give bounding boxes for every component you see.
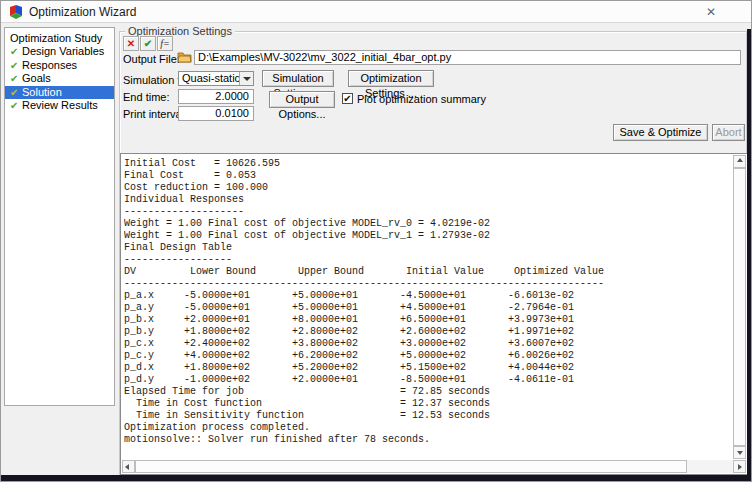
print-interval-field[interactable]: 0.0100 xyxy=(178,106,254,121)
console-text: Initial Cost = 10626.595 Final Cost = 0.… xyxy=(124,158,731,458)
check-icon: ✔ xyxy=(10,86,18,100)
app-background-edge xyxy=(747,29,751,482)
formula-button[interactable]: f= xyxy=(157,36,173,51)
plot-summary-label: Plot optimization summary xyxy=(357,93,486,105)
app-logo-icon xyxy=(9,5,23,19)
simulation-type-value: Quasi-static xyxy=(182,72,240,84)
scroll-left-button[interactable] xyxy=(122,460,135,473)
app-background-edge xyxy=(1,475,752,481)
tree-item-responses[interactable]: ✔ Responses xyxy=(5,59,114,73)
tree-item-solution[interactable]: ✔ Solution xyxy=(5,86,114,100)
tree-item-label: Design Variables xyxy=(22,45,104,57)
scroll-up-button[interactable] xyxy=(733,155,746,168)
formula-icon: f= xyxy=(160,38,170,49)
horizontal-scroll-thumb[interactable] xyxy=(135,460,687,473)
apply-button[interactable]: ✔ xyxy=(140,36,156,51)
end-time-label: End time: xyxy=(123,91,169,103)
arrow-right-icon xyxy=(738,464,742,470)
vertical-scrollbar[interactable] xyxy=(733,155,746,459)
tree-item-label: Review Results xyxy=(22,99,98,111)
chevron-down-icon[interactable] xyxy=(239,72,253,85)
check-icon: ✔ xyxy=(10,45,18,59)
arrow-up-icon xyxy=(737,158,743,162)
window-title: Optimization Wizard xyxy=(29,5,136,19)
vertical-scroll-thumb[interactable] xyxy=(733,168,746,446)
optimization-settings-button[interactable]: Optimization Settings ... xyxy=(348,70,434,87)
tree-item-review-results[interactable]: ✔ Review Results xyxy=(5,99,114,113)
check-icon: ✔ xyxy=(10,72,18,86)
close-icon[interactable]: ✕ xyxy=(703,4,719,20)
output-file-label: Output File: xyxy=(123,53,180,65)
tree-item-design-variables[interactable]: ✔ Design Variables xyxy=(5,45,114,59)
plot-summary-checkbox[interactable]: ✔ xyxy=(342,93,353,104)
tree-item-goals[interactable]: ✔ Goals xyxy=(5,72,114,86)
check-icon: ✔ xyxy=(10,99,18,113)
tree-root-optimization-study[interactable]: Optimization Study xyxy=(5,31,114,45)
output-file-field[interactable]: D:\Examples\MV-3022\mv_3022_initial_4bar… xyxy=(194,50,741,65)
tree-item-label: Solution xyxy=(22,86,62,98)
tree-item-label: Responses xyxy=(22,59,77,71)
solver-output-console[interactable]: Initial Cost = 10626.595 Final Cost = 0.… xyxy=(120,153,748,475)
check-icon: ✔ xyxy=(10,59,18,73)
delete-button[interactable]: ✕ xyxy=(123,36,139,51)
study-tree: Optimization Study ✔ Design Variables ✔ … xyxy=(4,27,115,406)
simulation-type-select[interactable]: Quasi-static xyxy=(178,71,254,86)
checkbox-check-icon: ✔ xyxy=(343,93,351,104)
optimization-wizard-dialog: Optimization Wizard ✕ Optimization Study… xyxy=(0,0,752,482)
simulation-settings-button[interactable]: Simulation Settings... xyxy=(262,70,334,87)
arrow-left-icon xyxy=(125,464,129,470)
scroll-right-button[interactable] xyxy=(733,460,746,473)
save-optimize-button[interactable]: Save & Optimize xyxy=(613,124,708,141)
delete-x-icon: ✕ xyxy=(127,38,135,49)
arrow-down-icon xyxy=(737,451,743,455)
folder-icon[interactable] xyxy=(177,50,192,64)
end-time-field[interactable]: 2.0000 xyxy=(178,89,254,104)
output-options-button[interactable]: Output Options... xyxy=(269,91,335,108)
abort-button[interactable]: Abort xyxy=(712,124,745,141)
scroll-down-button[interactable] xyxy=(733,446,746,459)
title-bar[interactable]: Optimization Wizard ✕ xyxy=(1,1,751,23)
tree-item-label: Goals xyxy=(22,72,51,84)
horizontal-scrollbar[interactable] xyxy=(122,460,746,473)
apply-check-icon: ✔ xyxy=(144,38,152,49)
